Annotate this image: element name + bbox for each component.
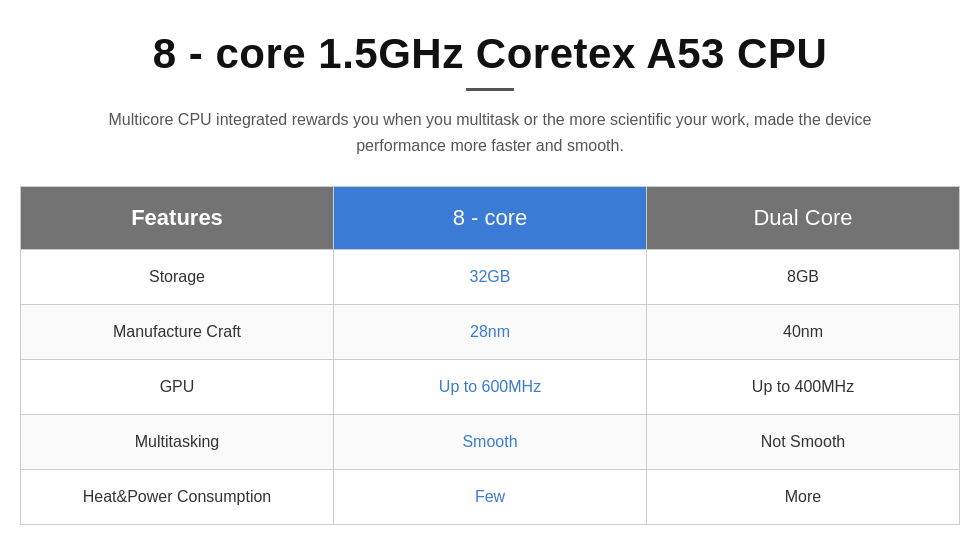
value-8core: 32GB	[334, 250, 647, 305]
page-title: 8 - core 1.5GHz Coretex A53 CPU	[153, 30, 828, 78]
value-8core: Few	[334, 470, 647, 525]
col-header-dualcore: Dual Core	[647, 187, 960, 250]
value-8core: Up to 600MHz	[334, 360, 647, 415]
table-row: Manufacture Craft28nm40nm	[21, 305, 960, 360]
value-8core: 28nm	[334, 305, 647, 360]
value-dual: Up to 400MHz	[647, 360, 960, 415]
feature-label: Storage	[21, 250, 334, 305]
title-divider	[466, 88, 514, 91]
feature-label: Heat&Power Consumption	[21, 470, 334, 525]
comparison-table: Features 8 - core Dual Core Storage32GB8…	[20, 186, 960, 525]
value-8core: Smooth	[334, 415, 647, 470]
col-header-features: Features	[21, 187, 334, 250]
table-row: Storage32GB8GB	[21, 250, 960, 305]
value-dual: 8GB	[647, 250, 960, 305]
table-row: MultitaskingSmoothNot Smooth	[21, 415, 960, 470]
value-dual: Not Smooth	[647, 415, 960, 470]
value-dual: More	[647, 470, 960, 525]
page-subtitle: Multicore CPU integrated rewards you whe…	[80, 107, 900, 158]
feature-label: Multitasking	[21, 415, 334, 470]
feature-label: Manufacture Craft	[21, 305, 334, 360]
feature-label: GPU	[21, 360, 334, 415]
value-dual: 40nm	[647, 305, 960, 360]
col-header-8core: 8 - core	[334, 187, 647, 250]
table-row: GPUUp to 600MHzUp to 400MHz	[21, 360, 960, 415]
table-row: Heat&Power ConsumptionFewMore	[21, 470, 960, 525]
